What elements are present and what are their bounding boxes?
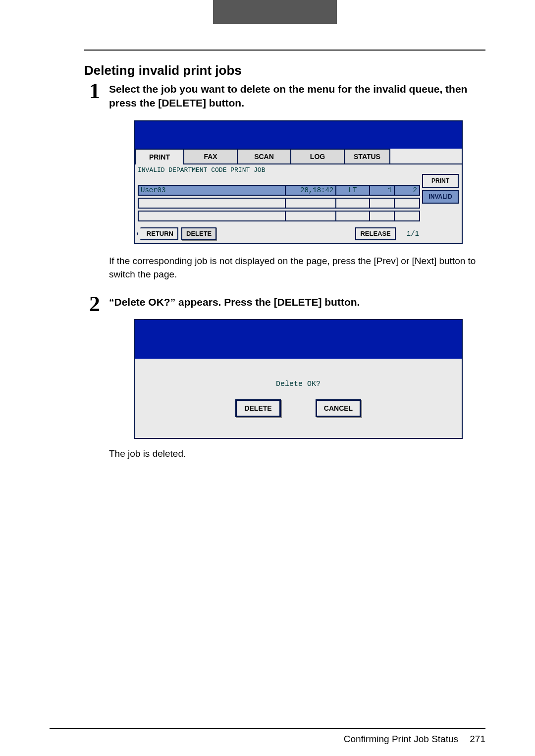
step-2-title: “Delete OK?” appears. Press the [DELETE]… (109, 295, 485, 309)
job-status: 2 (394, 185, 420, 196)
step-1-note: If the corresponding job is not displaye… (109, 254, 485, 281)
delete-question: Delete OK? (276, 380, 321, 388)
job-row-selected[interactable]: User03 28,18:42 LT 1 2 (138, 185, 419, 196)
rule-bottom (50, 728, 485, 729)
job-time: 28,18:42 (285, 185, 337, 196)
tab-fax[interactable]: FAX (183, 149, 238, 164)
confirm-delete-button[interactable]: DELETE (235, 399, 281, 417)
delete-button[interactable]: DELETE (181, 227, 216, 240)
invalid-queue-screen: PRINT FAX SCAN LOG STATUS INVALID DEPART… (134, 120, 463, 244)
release-button[interactable]: RELEASE (355, 227, 395, 240)
side-print-button[interactable]: PRINT (422, 174, 459, 188)
tab-print[interactable]: PRINT (135, 149, 184, 164)
footer-label: Confirming Print Job Status (344, 734, 458, 744)
job-copies: 1 (369, 185, 395, 196)
return-button[interactable]: RETURN (137, 227, 178, 240)
tab-status[interactable]: STATUS (344, 149, 390, 164)
footer-page: 271 (470, 734, 485, 744)
screen2-titlebar (135, 320, 462, 359)
tab-scan[interactable]: SCAN (237, 149, 291, 164)
queue-subtitle: INVALID DEPARTMENT CODE PRINT JOB (135, 164, 462, 174)
rule-top (84, 50, 485, 51)
page-indicator: 1/1 (407, 230, 419, 238)
tab-log[interactable]: LOG (290, 149, 345, 164)
step-number-2: 2 (89, 291, 100, 317)
page-header-tab (213, 0, 337, 24)
delete-confirm-screen: Delete OK? DELETE CANCEL (134, 319, 463, 439)
section-title: Deleting invalid print jobs (84, 63, 485, 78)
job-row-empty1[interactable] (138, 198, 419, 209)
job-size: LT (335, 185, 370, 196)
confirm-cancel-button[interactable]: CANCEL (316, 399, 361, 417)
step-2-note: The job is deleted. (109, 447, 485, 461)
job-row-empty2[interactable] (138, 211, 419, 221)
side-invalid-button[interactable]: INVALID (422, 190, 459, 204)
job-user: User03 (138, 185, 286, 196)
step-number-1: 1 (89, 78, 100, 104)
screen1-titlebar (135, 121, 462, 149)
step-1-title: Select the job you want to delete on the… (109, 82, 485, 110)
